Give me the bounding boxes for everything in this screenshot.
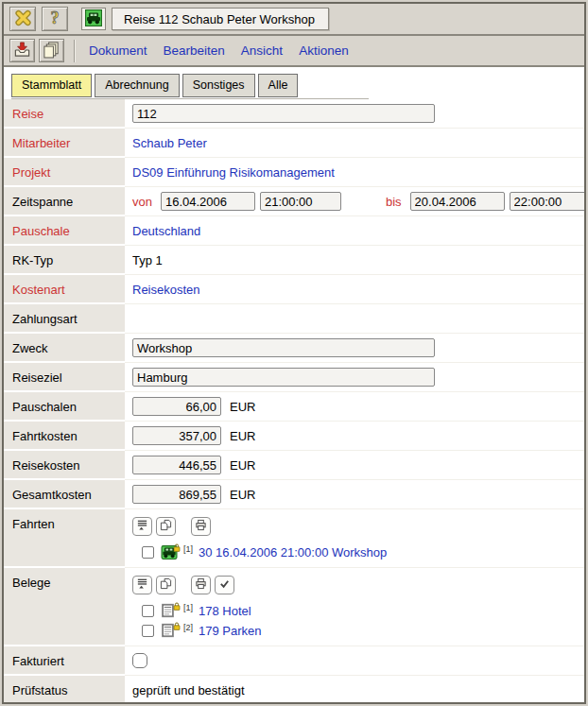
fahrtkosten-currency: EUR — [230, 429, 255, 443]
mitarbeiter-label: Mitarbeiter — [4, 129, 125, 158]
fahrten-print-button[interactable] — [191, 517, 211, 536]
gesamtkosten-label: Gesamtkosten — [4, 480, 125, 509]
row-reiseziel: Reiseziel — [4, 363, 584, 392]
bis-time-input[interactable] — [510, 192, 584, 211]
reisekosten-currency: EUR — [230, 458, 255, 473]
fahrten-toolbar — [132, 515, 577, 536]
belege-check-button[interactable] — [215, 576, 234, 594]
mitarbeiter-link[interactable]: Schaub Peter — [132, 136, 207, 150]
row-fahrten: Fahrten — [4, 509, 584, 568]
car-icon — [85, 9, 102, 29]
pruefstatus-label: Prüfstatus — [4, 676, 125, 702]
row-pruefstatus: Prüfstatus geprüft und bestätigt — [4, 676, 584, 702]
belege-print-button[interactable] — [191, 576, 211, 594]
reiseziel-input[interactable] — [132, 368, 435, 387]
reise-input[interactable] — [132, 104, 435, 123]
von-time-input[interactable] — [260, 192, 341, 211]
gesamtkosten-input[interactable] — [132, 485, 221, 504]
copy-icon — [160, 577, 172, 593]
menu-ansicht[interactable]: Ansicht — [241, 43, 283, 58]
beleg-item-link[interactable]: 178 Hotel — [199, 604, 251, 618]
pruefstatus-value: geprüft und bestätigt — [132, 683, 245, 697]
von-date-input[interactable] — [161, 192, 255, 211]
rk-typ-label: RK-Typ — [4, 246, 125, 275]
menu-bearbeiten[interactable]: Bearbeiten — [164, 43, 225, 58]
belege-copy-button[interactable] — [156, 576, 176, 594]
fahrt-item: [1] 30 16.04.2006 21:00:00 Workshop — [142, 544, 577, 560]
form: Reise Mitarbeiter Schaub Peter Projekt D… — [4, 99, 584, 702]
fakturiert-checkbox[interactable] — [132, 653, 147, 668]
reiseziel-label: Reiseziel — [4, 363, 125, 392]
gesamtkosten-currency: EUR — [230, 488, 255, 502]
beleg-item-link[interactable]: 179 Parken — [199, 624, 262, 638]
fahrt-item-checkbox[interactable] — [142, 546, 154, 559]
rk-typ-value: Typ 1 — [132, 253, 163, 267]
von-label: von — [132, 195, 152, 209]
copy-icon — [160, 519, 172, 534]
beleg-receipt-icon — [161, 623, 178, 639]
toolbar: Dokument Bearbeiten Ansicht Aktionen — [4, 36, 584, 67]
menu-aktionen[interactable]: Aktionen — [299, 43, 349, 58]
close-icon — [14, 9, 32, 29]
menubar: Dokument Bearbeiten Ansicht Aktionen — [89, 43, 349, 58]
zweck-label: Zweck — [4, 334, 125, 363]
tab-abrechnung[interactable]: Abrechnung — [95, 74, 179, 97]
archive-button[interactable] — [9, 39, 35, 62]
reise-label: Reise — [4, 99, 125, 129]
reisekosten-input[interactable] — [132, 456, 221, 474]
close-button[interactable] — [9, 7, 36, 31]
beleg-item-checkbox[interactable] — [142, 605, 154, 617]
belege-list-button[interactable] — [132, 576, 152, 594]
kostenart-link[interactable]: Reisekosten — [132, 283, 200, 297]
fahrten-list-button[interactable] — [132, 517, 152, 536]
fahrt-item-index: [1] — [183, 544, 193, 554]
row-zweck: Zweck — [4, 334, 584, 363]
fahrtkosten-label: Fahrtkosten — [4, 422, 125, 451]
fahrt-item-link[interactable]: 30 16.04.2006 21:00:00 Workshop — [199, 545, 387, 560]
projekt-link[interactable]: DS09 Einführung Risikomanagement — [132, 165, 335, 180]
pauschale-link[interactable]: Deutschland — [132, 224, 200, 238]
row-reisekosten: Reisekosten EUR — [4, 451, 584, 480]
tab-stammblatt[interactable]: Stammblatt — [11, 74, 92, 97]
zweck-input[interactable] — [132, 338, 435, 357]
row-zeitspanne: Zeitspanne von bis — [4, 187, 584, 216]
check-icon — [218, 577, 231, 593]
row-pauschalen: Pauschalen EUR — [4, 392, 584, 422]
print-icon — [195, 577, 207, 593]
copy-pages-button[interactable] — [39, 39, 64, 62]
pauschalen-label: Pauschalen — [4, 392, 125, 422]
row-pauschale: Pauschale Deutschland — [4, 216, 584, 246]
belege-label: Belege — [4, 568, 125, 646]
beleg-item-index: [2] — [183, 623, 193, 632]
row-mitarbeiter: Mitarbeiter Schaub Peter — [4, 129, 584, 158]
row-reise: Reise — [4, 99, 584, 129]
menu-dokument[interactable]: Dokument — [89, 43, 147, 58]
fahrten-copy-button[interactable] — [156, 517, 176, 536]
help-button[interactable]: ? — [42, 7, 68, 31]
row-gesamtkosten: Gesamtkosten EUR — [4, 480, 584, 509]
row-rk-typ: RK-Typ Typ 1 — [4, 246, 584, 275]
archive-inbox-icon — [13, 41, 31, 61]
pauschalen-input[interactable] — [132, 397, 221, 416]
bis-date-input[interactable] — [410, 192, 505, 211]
kostenart-label: Kostenart — [4, 275, 125, 304]
tabstrip: Stammblatt Abrechnung Sonstiges Alle — [4, 67, 584, 99]
row-fahrtkosten: Fahrtkosten EUR — [4, 422, 584, 451]
beleg-item-checkbox[interactable] — [142, 625, 154, 637]
tabstrip-shadow — [11, 98, 369, 99]
bis-label: bis — [386, 195, 402, 209]
lock-icon — [173, 599, 181, 613]
tab-sonstiges[interactable]: Sonstiges — [182, 74, 255, 97]
zeitspanne-label: Zeitspanne — [4, 187, 125, 216]
travel-document-button[interactable] — [81, 8, 106, 30]
fahrtkosten-input[interactable] — [132, 426, 221, 445]
list-icon — [136, 519, 148, 534]
zahlungsart-label: Zahlungsart — [4, 304, 125, 334]
lock-icon — [173, 619, 181, 633]
fahrt-car-icon — [161, 544, 178, 560]
projekt-label: Projekt — [4, 158, 125, 187]
tab-alle[interactable]: Alle — [258, 74, 299, 97]
row-belege: Belege — [4, 568, 584, 646]
help-icon: ? — [47, 9, 62, 30]
toolbar-separator — [74, 40, 76, 62]
